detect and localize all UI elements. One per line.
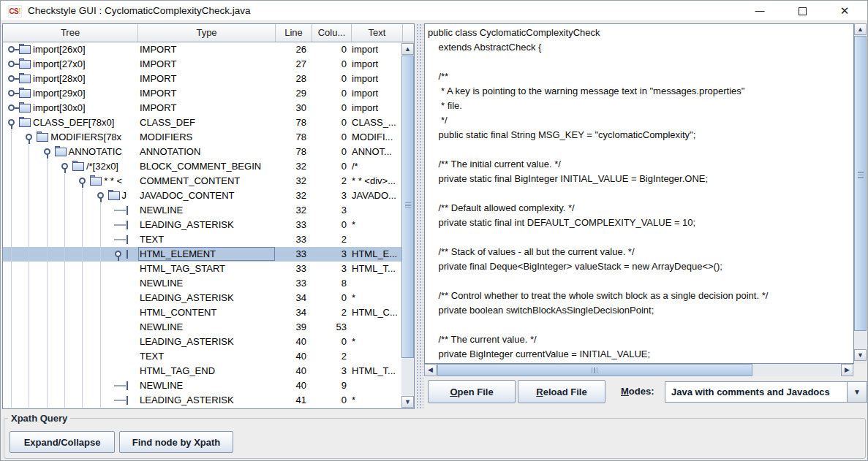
text-cell[interactable]: HTML_C... <box>352 305 402 320</box>
expand-handle-icon[interactable] <box>8 75 15 82</box>
col-cell[interactable]: 3 <box>312 203 347 218</box>
column-header-column[interactable]: Colu... <box>312 24 352 42</box>
col-cell[interactable]: 0 <box>312 57 347 72</box>
col-cell[interactable]: 2 <box>312 174 347 188</box>
text-cell[interactable]: MODIFI... <box>352 130 402 145</box>
line-cell[interactable]: 32 <box>276 174 306 188</box>
type-cell[interactable]: HTML_TAG_START <box>140 262 273 276</box>
tree-node-label[interactable]: J <box>122 188 127 203</box>
line-cell[interactable]: 78 <box>276 130 306 145</box>
type-cell[interactable]: IMPORT <box>140 42 273 57</box>
col-cell[interactable]: 2 <box>312 349 347 364</box>
col-cell[interactable]: 53 <box>312 320 347 335</box>
text-cell[interactable] <box>352 232 402 247</box>
text-cell[interactable] <box>352 349 402 364</box>
line-cell[interactable]: 32 <box>276 159 306 174</box>
minimize-button[interactable]: — <box>743 1 777 21</box>
col-cell[interactable]: 8 <box>312 276 347 291</box>
text-cell[interactable]: import <box>352 101 402 115</box>
line-cell[interactable]: 26 <box>276 42 306 57</box>
text-cell[interactable]: * <box>352 335 402 349</box>
col-cell[interactable]: 0 <box>312 42 347 57</box>
tree-node-label[interactable]: import[30x0] <box>33 101 86 115</box>
tree-node-label[interactable]: /*[32x0] <box>86 159 118 174</box>
column-header-line[interactable]: Line <box>276 24 312 42</box>
line-cell[interactable]: 32 <box>276 203 306 218</box>
col-cell[interactable]: 0 <box>312 86 347 101</box>
line-cell[interactable]: 40 <box>276 378 306 393</box>
expand-handle-icon[interactable] <box>8 104 15 111</box>
text-cell[interactable] <box>352 276 402 291</box>
text-cell[interactable]: HTML_T... <box>352 364 402 378</box>
type-cell[interactable]: IMPORT <box>140 101 273 115</box>
tree-table-row[interactable]: * * <COMMENT_CONTENT322* * <div>... <box>3 174 401 188</box>
scroll-down-icon[interactable]: ▼ <box>854 349 867 361</box>
code-scrollbar-thumb[interactable] <box>854 36 867 331</box>
tree-cell[interactable] <box>3 232 137 247</box>
text-cell[interactable]: HTML_T... <box>352 262 402 276</box>
tree-node-label[interactable]: import[26x0] <box>33 42 86 57</box>
tree-cell[interactable] <box>3 320 137 335</box>
tree-cell[interactable]: * * < <box>3 174 137 188</box>
tree-cell[interactable]: /*[32x0] <box>3 159 137 174</box>
type-cell[interactable]: HTML_CONTENT <box>140 305 273 320</box>
text-cell[interactable]: * <box>352 393 402 408</box>
line-cell[interactable]: 34 <box>276 291 306 305</box>
text-cell[interactable]: CLASS_... <box>352 115 402 130</box>
tree-node-label[interactable]: CLASS_DEF[78x0] <box>33 115 114 130</box>
tree-table-row[interactable]: import[28x0]IMPORT280import <box>3 72 401 86</box>
col-cell[interactable]: 3 <box>312 364 347 378</box>
line-cell[interactable]: 41 <box>276 393 306 408</box>
type-cell[interactable]: TEXT <box>140 349 273 364</box>
text-cell[interactable] <box>352 320 402 335</box>
line-cell[interactable]: 33 <box>276 276 306 291</box>
tree-table-row[interactable]: NEWLINE323 <box>3 203 401 218</box>
expand-collapse-button[interactable]: Expand/Collapse <box>10 431 115 453</box>
tree-table-row[interactable]: MODIFIERS[78xMODIFIERS780MODIFI... <box>3 130 401 145</box>
line-cell[interactable]: 32 <box>276 188 306 203</box>
type-cell[interactable]: NEWLINE <box>140 203 273 218</box>
maximize-button[interactable] <box>785 1 819 21</box>
col-cell[interactable]: 0 <box>312 72 347 86</box>
line-cell[interactable]: 78 <box>276 115 306 130</box>
type-cell[interactable]: BLOCK_COMMENT_BEGIN <box>140 159 273 174</box>
line-cell[interactable]: 33 <box>276 262 306 276</box>
line-cell[interactable]: 27 <box>276 57 306 72</box>
split-pane-divider[interactable] <box>416 23 423 409</box>
line-cell[interactable]: 33 <box>276 247 306 262</box>
tree-table-row[interactable]: NEWLINE3953 <box>3 320 401 335</box>
tree-table-row[interactable]: /*[32x0]BLOCK_COMMENT_BEGIN320/* <box>3 159 401 174</box>
close-button[interactable]: ✕ <box>828 1 861 21</box>
tree-cell[interactable] <box>3 364 137 378</box>
tree-vertical-scrollbar[interactable]: ▲ ▼ <box>401 42 414 408</box>
tree-scrollbar-thumb[interactable] <box>401 56 414 358</box>
line-cell[interactable]: 40 <box>276 335 306 349</box>
line-cell[interactable]: 40 <box>276 349 306 364</box>
tree-table-row[interactable]: import[26x0]IMPORT260import <box>3 42 401 57</box>
text-cell[interactable]: /* <box>352 159 402 174</box>
text-cell[interactable]: ANNOT... <box>352 145 402 159</box>
modes-combobox[interactable]: Java with comments and Javadocs ▼ <box>665 381 867 403</box>
text-cell[interactable]: * * <div>... <box>352 174 402 188</box>
col-cell[interactable]: 0 <box>312 130 347 145</box>
col-cell[interactable]: 3 <box>312 262 347 276</box>
text-cell[interactable]: HTML_E... <box>352 247 402 262</box>
tree-cell[interactable] <box>3 262 137 276</box>
tree-node-label[interactable]: * * < <box>104 174 122 188</box>
open-file-button[interactable]: Open File <box>428 380 516 403</box>
text-cell[interactable] <box>352 378 402 393</box>
type-cell[interactable]: CLASS_DEF <box>140 115 273 130</box>
tree-cell[interactable]: CLASS_DEF[78x0] <box>3 115 137 130</box>
type-cell[interactable]: IMPORT <box>140 86 273 101</box>
tree-table-row[interactable]: CLASS_DEF[78x0]CLASS_DEF780CLASS_... <box>3 115 401 130</box>
line-cell[interactable]: 33 <box>276 218 306 232</box>
line-cell[interactable]: 29 <box>276 86 306 101</box>
type-cell[interactable]: LEADING_ASTERISK <box>140 218 273 232</box>
code-vertical-scrollbar[interactable]: ▲ ▼ <box>854 23 867 364</box>
scroll-up-icon[interactable]: ▲ <box>854 23 867 35</box>
col-cell[interactable]: 0 <box>312 101 347 115</box>
tree-table-row[interactable]: HTML_TAG_START333HTML_T... <box>3 262 401 276</box>
type-cell[interactable]: HTML_TAG_END <box>140 364 273 378</box>
type-cell[interactable]: IMPORT <box>140 57 273 72</box>
tree-cell[interactable] <box>3 276 137 291</box>
